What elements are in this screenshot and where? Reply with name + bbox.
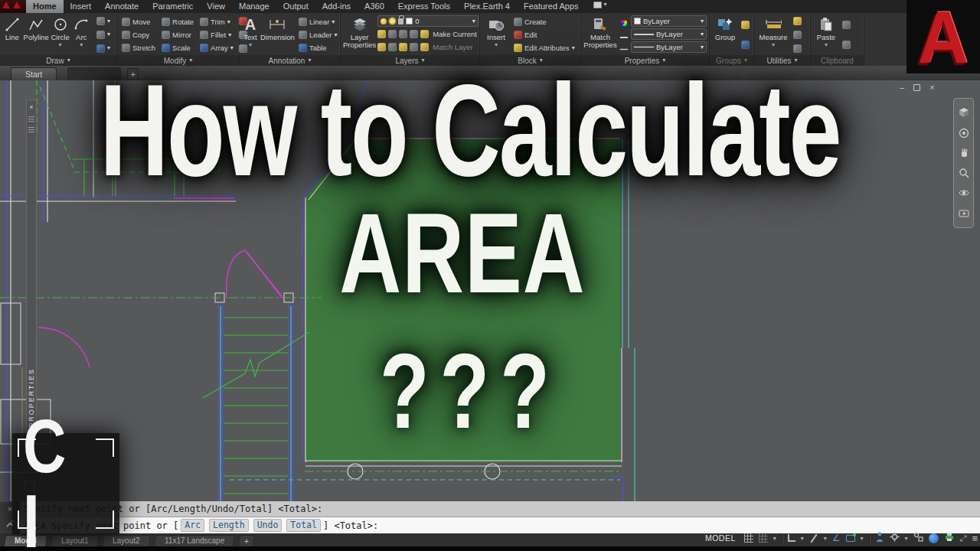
isodraft-icon[interactable] — [809, 533, 818, 543]
ellipse-tool-button[interactable]: ▾ — [94, 29, 113, 41]
layer-off-icon[interactable] — [377, 30, 386, 38]
point-style-icon[interactable] — [793, 31, 802, 39]
stretch-button[interactable]: Stretch — [119, 42, 158, 54]
tab-manage[interactable]: Manage — [232, 0, 276, 13]
arc-button[interactable]: Arc ▾ — [71, 15, 91, 55]
close-button[interactable]: × — [929, 83, 934, 92]
tab-insert[interactable]: Insert — [64, 0, 99, 13]
linear-dimension-button[interactable]: Linear▾ — [296, 16, 340, 28]
make-current-button[interactable]: Make Current — [431, 28, 479, 40]
trim-button[interactable]: Trim▾ — [198, 16, 236, 28]
ortho-mode-icon[interactable] — [788, 534, 795, 542]
annotation-scale-icon[interactable] — [846, 535, 855, 542]
polar-tracking-icon[interactable]: ∠ — [832, 533, 841, 543]
polyline-button[interactable]: Polyline — [24, 15, 49, 55]
option-length[interactable]: Length — [209, 519, 249, 532]
rectangle-tool-button[interactable]: ▾ — [94, 15, 113, 27]
insert-block-button[interactable]: Insert ▾ — [482, 15, 510, 55]
copy-button[interactable]: Copy — [119, 29, 158, 41]
match-layer-icon[interactable] — [420, 43, 429, 51]
circle-button[interactable]: Circle ▾ — [51, 15, 70, 55]
rotate-button[interactable]: Rotate — [159, 16, 196, 28]
measure-button[interactable]: Measure ▾ — [756, 15, 790, 55]
create-block-button[interactable]: Create — [511, 16, 577, 28]
layer-properties-button[interactable]: Layer Properties — [343, 15, 376, 55]
option-total[interactable]: Total — [286, 519, 321, 532]
layer-isolate-icon[interactable] — [388, 30, 397, 38]
file-tab-start[interactable]: Start — [11, 67, 57, 80]
tab-express-tools[interactable]: Express Tools — [391, 0, 457, 13]
make-current-icon[interactable] — [420, 30, 429, 38]
tab-a360[interactable]: A360 — [358, 0, 391, 13]
pan-hand-icon[interactable] — [958, 147, 970, 159]
id-point-icon[interactable] — [793, 17, 802, 25]
layer-dropdown[interactable]: 0 ▾ — [377, 15, 479, 27]
grid-display-icon[interactable] — [744, 533, 753, 543]
ribbon-display-toggle[interactable]: ▾ — [589, 0, 612, 13]
scale-button[interactable]: Scale — [159, 42, 196, 54]
steering-wheel-icon[interactable] — [958, 127, 970, 139]
object-color-dropdown[interactable]: ByLayer ▾ — [631, 15, 707, 27]
layer-previous-icon[interactable] — [410, 43, 418, 51]
match-properties-button[interactable]: Match Properties — [583, 15, 617, 55]
chevron-down-icon[interactable]: ▾ — [861, 535, 864, 542]
hatch-tool-button[interactable]: ▾ — [94, 43, 113, 54]
dimension-button[interactable]: Dimension — [260, 15, 295, 55]
table-button[interactable]: Table — [296, 42, 340, 54]
move-button[interactable]: Move — [119, 16, 158, 28]
plot-printer-icon[interactable] — [944, 531, 955, 545]
chevron-down-icon[interactable]: ▾ — [773, 535, 776, 542]
fillet-button[interactable]: Fillet▾ — [198, 29, 236, 41]
new-layout-button[interactable]: + — [238, 535, 255, 546]
linetype-icon[interactable] — [620, 49, 628, 50]
properties-palette-bar[interactable]: × PROPERTIES — [26, 99, 37, 436]
color-wheel-icon[interactable] — [621, 20, 627, 26]
tab-view[interactable]: View — [200, 0, 232, 13]
leader-button[interactable]: Leader▾ — [296, 29, 340, 41]
application-menu-button[interactable] — [0, 0, 26, 13]
option-undo[interactable]: Undo — [253, 519, 283, 532]
copy-clip-icon[interactable] — [842, 41, 851, 49]
line-button[interactable]: Line — [2, 15, 22, 55]
paste-button[interactable]: Paste ▾ — [813, 15, 839, 55]
model-space-toggle[interactable]: MODEL — [702, 533, 739, 543]
tab-annotate[interactable]: Annotate — [98, 0, 145, 13]
layer-freeze-icon[interactable] — [399, 30, 407, 38]
settings-gear-icon[interactable] — [890, 531, 900, 545]
chevron-down-icon[interactable]: ▾ — [824, 535, 827, 542]
isolate-objects-icon[interactable] — [913, 531, 923, 545]
layer-lock-tool-icon[interactable] — [410, 30, 418, 38]
minimize-button[interactable]: – — [900, 83, 904, 92]
palette-close-icon[interactable]: × — [29, 103, 33, 111]
ungroup-icon[interactable] — [741, 21, 750, 29]
cut-icon[interactable] — [842, 21, 851, 29]
group-button[interactable]: Group — [712, 15, 738, 55]
tab-addins[interactable]: Add-ins — [315, 0, 358, 13]
layout-tab-11x17[interactable]: 11x17 Landscape — [154, 535, 235, 546]
chevron-down-icon[interactable]: ▾ — [905, 535, 908, 542]
clean-screen-icon[interactable]: ⤢ — [960, 533, 967, 543]
tab-plexearth[interactable]: Plex.Earth 4 — [457, 0, 517, 13]
option-arc[interactable]: Arc — [181, 519, 204, 532]
text-button[interactable]: A Text ▾ — [242, 15, 259, 55]
layer-unlock-icon[interactable] — [399, 43, 407, 51]
tab-home[interactable]: Home — [26, 0, 64, 13]
edit-attributes-button[interactable]: Edit Attributes▾ — [511, 42, 577, 54]
lineweight-dropdown[interactable]: ByLayer ▾ — [631, 28, 707, 40]
edit-block-button[interactable]: Edit — [511, 29, 577, 41]
tab-output[interactable]: Output — [276, 0, 315, 13]
panel-title-draw[interactable]: Draw▾ — [0, 55, 116, 66]
layer-thaw-icon[interactable] — [388, 43, 397, 51]
chevron-down-icon[interactable]: ▾ — [801, 535, 804, 542]
lineweight-icon[interactable] — [620, 37, 628, 38]
tab-featured-apps[interactable]: Featured Apps — [517, 0, 586, 13]
tab-parametric[interactable]: Parametric — [145, 0, 200, 13]
workspace-person-icon[interactable] — [875, 531, 884, 545]
linetype-dropdown[interactable]: ByLayer ▾ — [631, 41, 707, 53]
customization-menu-icon[interactable]: ≡ — [972, 533, 978, 543]
restore-button[interactable] — [913, 84, 920, 91]
snap-mode-icon[interactable] — [759, 533, 768, 543]
viewcube-icon[interactable] — [958, 106, 970, 119]
mirror-button[interactable]: Mirror — [159, 29, 196, 41]
zoom-icon[interactable] — [958, 167, 970, 179]
